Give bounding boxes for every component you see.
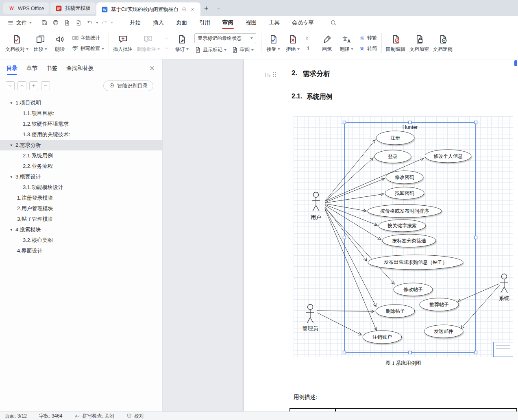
- read-aloud-button[interactable]: 朗读: [50, 33, 70, 54]
- save-button[interactable]: [39, 18, 50, 28]
- zoom-out-outline-button[interactable]: [41, 81, 50, 90]
- outline-item[interactable]: 1.注册登录模块: [0, 193, 162, 203]
- translate-button[interactable]: 文A翻译: [337, 33, 356, 54]
- vertical-scrollbar-thumb[interactable]: [514, 60, 517, 66]
- close-sidebar-button[interactable]: [148, 65, 156, 72]
- outline-item[interactable]: 3.1.功能模块设计: [0, 182, 162, 193]
- outline-item[interactable]: ▼1.项目说明: [0, 98, 162, 108]
- sidebar-tab-目录[interactable]: 目录: [7, 65, 17, 72]
- reject-icon: [288, 34, 298, 44]
- show-markup-button[interactable]: 显示标记: [194, 46, 226, 53]
- new-tab-button[interactable]: [201, 3, 212, 13]
- sidebar-tab-书签[interactable]: 书签: [46, 65, 57, 72]
- outline-item[interactable]: 2.2.业务流程: [0, 161, 162, 172]
- undo-button[interactable]: [85, 18, 95, 28]
- outline-item[interactable]: 1.1.项目目标:: [0, 108, 162, 119]
- app-tab-wps-office[interactable]: WWPS Office: [3, 2, 49, 14]
- app-tab-template[interactable]: 找稿壳模板: [50, 2, 96, 14]
- close-tab-button[interactable]: [190, 7, 196, 12]
- svg-text:按价格或发布时间排序: 按价格或发布时间排序: [380, 208, 429, 214]
- search-button[interactable]: [328, 18, 339, 28]
- doc-proofing-button[interactable]: 文档校对: [3, 33, 30, 54]
- word-count-button[interactable]: 123字数统计: [72, 35, 104, 41]
- word-count-indicator[interactable]: 字数: 3464: [39, 413, 62, 420]
- to-traditional-button[interactable]: 简转繁: [359, 35, 377, 41]
- encrypt-doc-button[interactable]: 文档加密: [407, 33, 431, 54]
- table-fragment[interactable]: [289, 408, 517, 411]
- ink-pen-button[interactable]: 画笔: [317, 33, 337, 54]
- sidebar-tab-查找和替换[interactable]: 查找和替换: [66, 65, 94, 72]
- outline-item[interactable]: 2.用户管理模块: [0, 203, 162, 214]
- insert-comment-button[interactable]: 插入批注: [111, 33, 135, 54]
- svg-text:修改个人信息: 修改个人信息: [433, 153, 463, 159]
- menu-tab-开始[interactable]: 开始: [124, 16, 147, 29]
- redo-button[interactable]: [99, 18, 110, 28]
- outline-item[interactable]: 3.帖子管理模块: [0, 214, 162, 224]
- prev-comment-button[interactable]: [163, 35, 171, 42]
- paragraph-text: 用例描述:: [294, 394, 317, 401]
- to-simplified-button[interactable]: 繁转简: [359, 45, 377, 52]
- menu-tab-页面[interactable]: 页面: [170, 16, 193, 29]
- restrict-editing-button[interactable]: 限制编辑: [384, 33, 407, 54]
- partial-figure[interactable]: [493, 342, 513, 357]
- outline-toolbar: 智能识别目录: [0, 76, 162, 94]
- track-changes-button[interactable]: 修订: [172, 33, 192, 54]
- usecase-ellipse: 按关键字搜索: [379, 220, 426, 232]
- expand-triangle-icon[interactable]: ▼: [10, 101, 14, 105]
- usecase-ellipse: 推荐帖子: [420, 298, 459, 311]
- expand-triangle-icon[interactable]: ▼: [10, 228, 14, 232]
- outline-item[interactable]: 1.3.使用的关键技术:: [0, 129, 162, 140]
- outline-item[interactable]: 4.界面设计: [0, 246, 162, 256]
- next-comment-button[interactable]: [163, 44, 171, 52]
- collapse-button[interactable]: [6, 81, 15, 90]
- compare-button[interactable]: 比较: [30, 33, 50, 54]
- zoom-in-outline-button[interactable]: [29, 81, 38, 90]
- menu-tab-引用[interactable]: 引用: [193, 16, 216, 29]
- outline-item[interactable]: 1.2.软硬件环境需求: [0, 119, 162, 129]
- expand-triangle-icon[interactable]: ▼: [10, 144, 14, 147]
- print-button[interactable]: [50, 18, 61, 28]
- delete-comment-button[interactable]: 删除批注: [135, 33, 162, 54]
- smart-toc-button[interactable]: 智能识别目录: [103, 81, 153, 91]
- ribbon-nav-group: [303, 35, 313, 52]
- outline-item[interactable]: ▼2.需求分析: [0, 140, 162, 150]
- document-page[interactable]: H₂ 2.需求分析 2.1.系统用例 Hunter注册登录修改个人信息修改密码找…: [244, 59, 518, 411]
- heading-anchor[interactable]: H₂: [265, 72, 277, 78]
- outline-item-label: 2.用户管理模块: [17, 205, 53, 212]
- usecase-diagram[interactable]: Hunter注册登录修改个人信息修改密码找回密码按价格或发布时间排序按关键字搜索…: [294, 116, 513, 357]
- expand-button[interactable]: [17, 81, 26, 90]
- export-button[interactable]: [73, 18, 84, 28]
- menu-tab-工具[interactable]: 工具: [263, 16, 286, 29]
- sidebar-tab-章节[interactable]: 章节: [26, 65, 37, 72]
- wps-window: WWPS Office找稿壳模板W基于C#实现的校内闲置物品自 文件 开始插入页…: [0, 0, 518, 420]
- quick-access-toolbar: [39, 18, 113, 28]
- drag-handle-icon[interactable]: [273, 72, 277, 78]
- reject-revision-button[interactable]: 拒绝: [283, 33, 303, 54]
- finalize-doc-button[interactable]: 文档定稿: [431, 33, 455, 54]
- menu-tab-审阅[interactable]: 审阅: [216, 16, 239, 29]
- spell-check-button[interactable]: ABC拼写检查: [72, 45, 104, 52]
- page-indicator[interactable]: 页面: 3/12: [5, 413, 27, 420]
- menu-tab-插入[interactable]: 插入: [147, 16, 170, 29]
- menu-tab-会员专享[interactable]: 会员专享: [286, 16, 320, 29]
- spellcheck-indicator[interactable]: 拼写检查: 关闭: [74, 413, 114, 420]
- proofing-indicator[interactable]: 校对: [126, 413, 144, 420]
- accept-revision-button[interactable]: 接受: [263, 33, 283, 54]
- actor-label: 系统: [499, 295, 509, 301]
- tab-list-button[interactable]: [213, 3, 224, 13]
- statusbar: 页面: 3/12 字数: 3464 拼写检查: 关闭 校对: [0, 411, 518, 420]
- expand-triangle-icon[interactable]: ▼: [10, 175, 14, 179]
- file-menu-button[interactable]: 文件: [4, 16, 35, 29]
- outline-item[interactable]: ▼3.概要设计: [0, 172, 162, 182]
- outline-item[interactable]: 2.1.系统用例: [0, 150, 162, 161]
- outline-item[interactable]: 3.2.核心类图: [0, 235, 162, 246]
- prev-revision-button[interactable]: [304, 35, 311, 42]
- review-pane-button[interactable]: 审阅: [231, 46, 254, 53]
- outline-item[interactable]: ▼4.搜索模块: [0, 224, 162, 235]
- app-tab-document[interactable]: W基于C#实现的校内闲置物品自: [96, 2, 200, 16]
- doc-status-icon: [181, 7, 187, 12]
- markup-state-select[interactable]: 显示标记的最终状态: [194, 33, 256, 43]
- menu-tab-视图[interactable]: 视图: [239, 16, 263, 29]
- next-revision-button[interactable]: [304, 44, 311, 52]
- print-preview-button[interactable]: [62, 18, 72, 28]
